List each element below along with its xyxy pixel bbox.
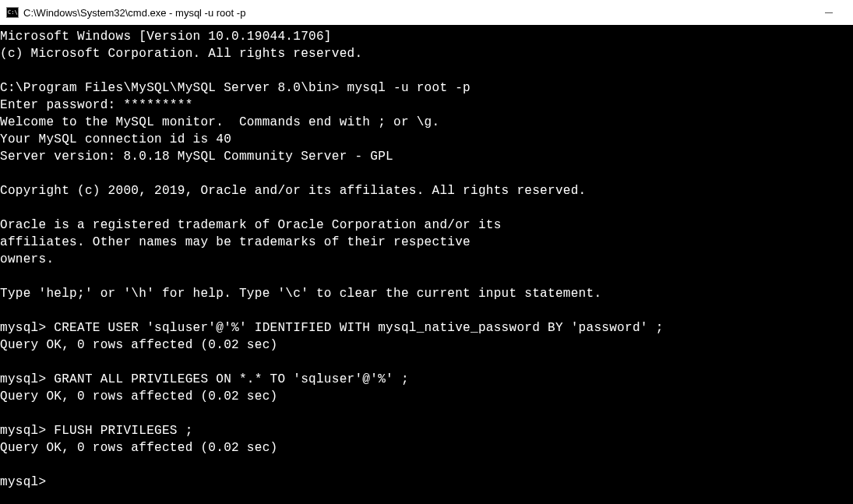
terminal-line — [0, 268, 853, 285]
terminal-line: Welcome to the MySQL monitor. Commands e… — [0, 114, 853, 131]
terminal-line: C:\Program Files\MySQL\MySQL Server 8.0\… — [0, 79, 853, 97]
terminal-line: owners. — [0, 251, 853, 268]
terminal-line: Query OK, 0 rows affected (0.02 sec) — [0, 439, 853, 456]
terminal-line: Microsoft Windows [Version 10.0.19044.17… — [0, 28, 853, 45]
window-titlebar[interactable]: C:\. C:\Windows\System32\cmd.exe - mysql… — [0, 0, 853, 25]
terminal-line — [0, 405, 853, 422]
terminal-line: Query OK, 0 rows affected (0.02 sec) — [0, 388, 853, 405]
terminal-line: Server version: 8.0.18 MySQL Community S… — [0, 148, 853, 165]
terminal-line: (c) Microsoft Corporation. All rights re… — [0, 45, 853, 62]
terminal-line: Oracle is a registered trademark of Orac… — [0, 217, 853, 234]
svg-rect-0 — [825, 12, 833, 13]
cmd-icon-text: C:\. — [8, 10, 21, 16]
terminal-line — [0, 199, 853, 217]
minimize-button[interactable] — [811, 0, 847, 25]
terminal-line: Copyright (c) 2000, 2019, Oracle and/or … — [0, 182, 853, 199]
window-title: C:\Windows\System32\cmd.exe - mysql -u r… — [23, 7, 245, 19]
terminal-line: mysql> CREATE USER 'sqluser'@'%' IDENTIF… — [0, 319, 853, 337]
terminal-line — [0, 456, 853, 474]
terminal-line: mysql> — [0, 474, 853, 491]
terminal-line: mysql> FLUSH PRIVILEGES ; — [0, 422, 853, 439]
titlebar-left: C:\. C:\Windows\System32\cmd.exe - mysql… — [6, 7, 245, 19]
terminal-line: Your MySQL connection id is 40 — [0, 131, 853, 148]
terminal-line: Enter password: ********* — [0, 97, 853, 114]
terminal-output[interactable]: Microsoft Windows [Version 10.0.19044.17… — [0, 25, 853, 491]
terminal-line: mysql> GRANT ALL PRIVILEGES ON *.* TO 's… — [0, 371, 853, 388]
minimize-icon — [825, 12, 833, 13]
terminal-line — [0, 354, 853, 371]
terminal-line — [0, 62, 853, 79]
terminal-line: Query OK, 0 rows affected (0.02 sec) — [0, 337, 853, 354]
terminal-line: Type 'help;' or '\h' for help. Type '\c'… — [0, 285, 853, 302]
window-controls — [811, 0, 847, 25]
cmd-icon: C:\. — [6, 7, 19, 18]
terminal-line: affiliates. Other names may be trademark… — [0, 234, 853, 251]
terminal-line — [0, 165, 853, 182]
terminal-line — [0, 302, 853, 319]
